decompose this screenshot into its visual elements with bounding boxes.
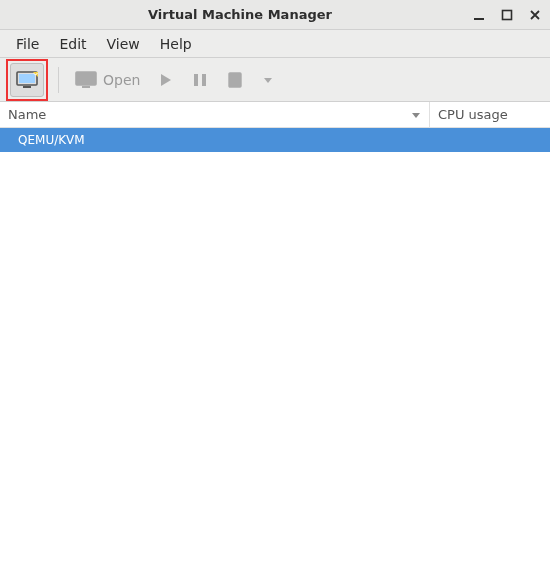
toolbar-separator [58,67,59,93]
svg-marker-14 [412,113,420,118]
column-headers: Name CPU usage [0,102,550,128]
close-button[interactable] [528,8,542,22]
play-icon [158,72,174,88]
window-title: Virtual Machine Manager [8,7,472,22]
monitor-icon [75,70,97,90]
svg-rect-6 [76,72,96,85]
svg-rect-10 [202,74,206,86]
minimize-button[interactable] [472,8,486,22]
pause-button[interactable] [186,63,214,97]
highlight-box [6,59,48,101]
vm-list[interactable]: QEMU/KVM [0,128,550,584]
open-button[interactable]: Open [69,63,146,97]
menubar: File Edit View Help [0,30,550,58]
menu-help[interactable]: Help [152,32,200,56]
connection-label: QEMU/KVM [18,133,85,147]
chevron-down-icon [262,74,274,86]
new-vm-button[interactable] [10,63,44,97]
titlebar: Virtual Machine Manager [0,0,550,30]
svg-rect-12 [234,76,236,82]
sort-desc-icon [411,110,421,120]
toolbar: Open [0,58,550,102]
open-label: Open [103,72,140,88]
maximize-button[interactable] [500,8,514,22]
shutdown-menu-button[interactable] [256,63,280,97]
shutdown-icon [226,71,244,89]
menu-view[interactable]: View [99,32,148,56]
app-window: Virtual Machine Manager File Edit View H… [0,0,550,584]
menu-file[interactable]: File [8,32,47,56]
monitor-new-icon [16,70,38,90]
svg-rect-0 [474,18,484,20]
shutdown-button[interactable] [220,63,250,97]
svg-rect-3 [19,74,35,83]
menu-edit[interactable]: Edit [51,32,94,56]
svg-marker-8 [161,74,171,86]
connection-row[interactable]: QEMU/KVM [0,128,550,152]
column-header-name[interactable]: Name [0,102,430,127]
svg-rect-9 [194,74,198,86]
svg-rect-4 [23,86,31,88]
column-header-cpu[interactable]: CPU usage [430,102,550,127]
pause-icon [192,72,208,88]
run-button[interactable] [152,63,180,97]
column-name-label: Name [8,107,46,122]
svg-rect-1 [503,10,512,19]
svg-marker-13 [264,78,272,83]
column-cpu-label: CPU usage [438,107,508,122]
window-controls [472,8,542,22]
svg-rect-7 [82,86,90,88]
